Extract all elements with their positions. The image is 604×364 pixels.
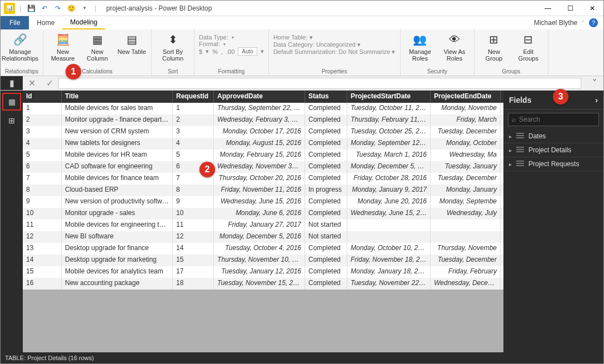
table-row[interactable]: 12New BI software12Monday, December 5, 2… <box>23 231 503 243</box>
table-row[interactable]: 4New tablets for designers4Monday, Augus… <box>23 138 503 149</box>
cell-projectedstart: Monday, January 9, 2017 <box>347 185 431 196</box>
field-table-item[interactable]: ▸Dates <box>503 129 603 143</box>
sort-by-column-button[interactable]: ⬍ Sort By Column <box>156 32 189 62</box>
data-type-label[interactable]: Data Type: <box>199 34 228 41</box>
group-properties-label: Properties <box>273 67 396 74</box>
auto-button[interactable]: Auto <box>238 47 257 56</box>
manage-relationships-button[interactable]: 🔗 Manage Relationships <box>5 32 35 62</box>
status-text: TABLE: Project Details (16 rows) <box>5 355 94 361</box>
table-row[interactable]: 9New version of productivity software9We… <box>23 196 503 208</box>
tab-home[interactable]: Home <box>29 16 62 29</box>
qat-dropdown-icon[interactable]: ▼ <box>79 3 90 14</box>
tab-file[interactable]: File <box>1 16 29 29</box>
cell-id: 12 <box>23 231 62 243</box>
formula-input[interactable] <box>58 78 581 89</box>
save-icon[interactable]: 💾 <box>26 3 37 14</box>
table-row[interactable]: 8Cloud-based ERP8Friday, November 11, 20… <box>23 185 503 196</box>
data-view-button[interactable]: ▦ <box>3 94 20 109</box>
table-row[interactable]: 3New version of CRM system3Monday, Octob… <box>23 126 503 138</box>
smiley-icon[interactable]: 🙂 <box>66 3 77 14</box>
tab-modeling[interactable]: Modeling <box>62 16 105 29</box>
cell-title: New version of CRM system <box>62 126 173 138</box>
cell-approveddate: Thursday, October 20, 2016 <box>214 173 305 185</box>
default-summarization-label[interactable]: Default Summarization: Do Not Summarize <box>273 48 390 55</box>
cell-projectedstart <box>347 231 431 243</box>
cell-approveddate: Wednesday, February 3, 2016 <box>214 114 305 126</box>
cell-id: 4 <box>23 138 62 149</box>
col-approveddate[interactable]: ApprovedDate <box>214 91 305 103</box>
view-rail: ▦ ⊞ <box>1 91 23 352</box>
table-row[interactable]: 15Mobile devices for analytics team17Tue… <box>23 266 503 278</box>
comma-button[interactable]: , <box>221 48 223 55</box>
fields-search[interactable]: ⌕ <box>508 113 599 126</box>
col-requestid[interactable]: RequestId <box>173 91 214 103</box>
cell-requestid: 17 <box>173 266 214 278</box>
collapse-pane-icon[interactable]: › <box>595 96 598 104</box>
title-bar: 📊 | 💾 ↶ ↷ 🙂 ▼ | project-analysis - Power… <box>1 1 603 16</box>
help-icon[interactable]: ? <box>589 18 598 27</box>
cell-requestid: 8 <box>173 185 214 196</box>
col-projectedstart[interactable]: ProjectedStartDate <box>347 91 431 103</box>
table-row[interactable]: 6CAD software for engineering6Wednesday,… <box>23 161 503 173</box>
data-grid: Id Title RequestId ApprovedDate Status P… <box>23 91 503 352</box>
decimals-button[interactable]: .00 <box>226 48 234 55</box>
table-row[interactable]: 5Mobile devices for HR team5Monday, Febr… <box>23 149 503 161</box>
field-table-item[interactable]: ▸Project Requests <box>503 157 603 171</box>
cell-projectedstart: Monday, October 10, 2016 <box>347 243 431 255</box>
cell-title: Monitor upgrade - sales <box>62 208 173 220</box>
minimize-button[interactable]: — <box>537 1 559 16</box>
table-row[interactable]: 2Monitor upgrade - finance department2We… <box>23 114 503 126</box>
col-projectedend[interactable]: ProjectedEndDate <box>431 91 501 103</box>
undo-icon[interactable]: ↶ <box>39 3 50 14</box>
close-button[interactable]: ✕ <box>581 1 603 16</box>
home-table-label[interactable]: Home Table: <box>273 34 308 41</box>
currency-button[interactable]: $ <box>199 48 202 55</box>
view-as-roles-button[interactable]: 👁 View As Roles <box>440 32 470 62</box>
manage-relationships-label: Manage Relationships <box>2 48 38 62</box>
new-table-button[interactable]: ▤ New Table <box>117 32 147 55</box>
edit-groups-icon: ⊟ <box>520 32 537 47</box>
col-title[interactable]: Title <box>62 91 173 103</box>
new-measure-button[interactable]: 🧮 New Measure <box>48 32 78 62</box>
field-table-label: Project Details <box>528 146 571 154</box>
cancel-formula-icon[interactable]: ✕ <box>23 76 41 90</box>
table-row[interactable]: 10Monitor upgrade - sales10Monday, June … <box>23 208 503 220</box>
fields-search-input[interactable] <box>519 116 602 123</box>
data-category-label[interactable]: Data Category: Uncategorized <box>273 41 356 48</box>
cell-projectedend <box>431 220 501 231</box>
table-row[interactable]: 16New accounting package18Tuesday, Novem… <box>23 278 503 290</box>
chevron-down-icon[interactable]: ˅ <box>582 20 585 26</box>
col-id[interactable]: Id <box>23 91 62 103</box>
maximize-button[interactable]: ☐ <box>559 1 581 16</box>
table-row[interactable]: 7Mobile devices for finance team7Thursda… <box>23 173 503 185</box>
group-security-label: Security <box>405 67 470 74</box>
table-row[interactable]: 11Mobile devices for engineering team11F… <box>23 220 503 231</box>
cell-projectedend: Tuesday, December <box>431 255 501 266</box>
edit-groups-button[interactable]: ⊟ Edit Groups <box>513 32 543 62</box>
expand-formula-icon[interactable]: ˅ <box>586 76 603 90</box>
commit-formula-icon[interactable]: ✓ <box>41 76 58 90</box>
cell-status: Completed <box>305 255 347 266</box>
measure-icon: 🧮 <box>54 32 72 47</box>
table-row[interactable]: 1Mobile devices for sales team1Thursday,… <box>23 103 503 114</box>
new-table-label: New Table <box>117 48 146 55</box>
percent-button[interactable]: % <box>212 48 218 55</box>
group-sort-label: Sort <box>156 67 189 74</box>
field-table-item[interactable]: ▸Project Details <box>503 143 603 157</box>
table-row[interactable]: 13Desktop upgrade for finance14Tuesday, … <box>23 243 503 255</box>
table-row[interactable]: 14Desktop upgrade for marketing15Thursda… <box>23 255 503 266</box>
cell-title: Mobile devices for HR team <box>62 149 173 161</box>
cell-projectedend: Tuesday, December <box>431 126 501 138</box>
table-icon <box>516 161 524 167</box>
col-status[interactable]: Status <box>305 91 347 103</box>
report-view-icon[interactable]: ▮ <box>9 78 14 88</box>
new-column-button[interactable]: ▦ New Column <box>82 32 112 62</box>
model-view-button[interactable]: ⊞ <box>3 113 20 128</box>
cell-title: New tablets for designers <box>62 138 173 149</box>
cell-approveddate: Wednesday, November 30, 2016 <box>214 161 305 173</box>
format-label[interactable]: Format: <box>199 41 220 47</box>
cell-title: New BI software <box>62 231 173 243</box>
manage-roles-button[interactable]: 👥 Manage Roles <box>405 32 435 62</box>
redo-icon[interactable]: ↷ <box>52 3 63 14</box>
new-group-button[interactable]: ⊞ New Group <box>479 32 509 62</box>
